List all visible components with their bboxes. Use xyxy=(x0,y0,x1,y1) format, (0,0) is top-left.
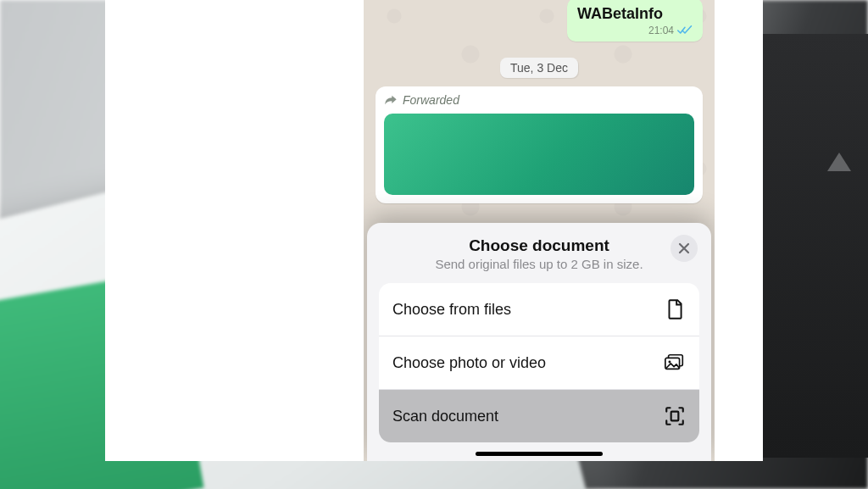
document-options-menu: Choose from files Choose photo or video xyxy=(379,283,699,442)
scan-icon xyxy=(664,405,686,427)
date-separator: Tue, 3 Dec xyxy=(500,58,578,78)
option-scan-document[interactable]: Scan document xyxy=(379,389,699,442)
article-card: WABetaInfo 21:04 Tue, 3 Dec Forwarded xyxy=(105,0,763,461)
forwarded-media-preview xyxy=(384,114,694,195)
option-label: Choose from files xyxy=(392,301,511,319)
phone-screenshot: WABetaInfo 21:04 Tue, 3 Dec Forwarded xyxy=(364,0,715,461)
read-ticks-icon xyxy=(677,25,693,36)
file-icon xyxy=(664,298,686,320)
close-icon xyxy=(678,242,690,254)
document-picker-sheet: Choose document Send original files up t… xyxy=(367,223,711,461)
svg-rect-3 xyxy=(671,412,679,421)
option-label: Scan document xyxy=(392,408,498,425)
forwarded-message-bubble: Forwarded xyxy=(376,86,703,203)
forward-arrow-icon xyxy=(384,94,398,106)
message-time: 21:04 xyxy=(648,25,674,36)
message-text: WABetaInfo xyxy=(577,5,693,23)
outgoing-message-bubble: WABetaInfo 21:04 xyxy=(567,0,703,42)
close-button[interactable] xyxy=(670,235,698,262)
home-indicator[interactable] xyxy=(476,452,603,456)
option-choose-from-files[interactable]: Choose from files xyxy=(379,283,699,336)
sheet-title: Choose document xyxy=(379,236,699,255)
option-label: Choose photo or video xyxy=(392,354,546,372)
gallery-icon xyxy=(664,352,686,374)
option-choose-photo-video[interactable]: Choose photo or video xyxy=(379,336,699,389)
forwarded-label: Forwarded xyxy=(403,93,459,107)
svg-point-2 xyxy=(668,361,670,364)
sheet-subtitle: Send original files up to 2 GB in size. xyxy=(379,257,699,271)
